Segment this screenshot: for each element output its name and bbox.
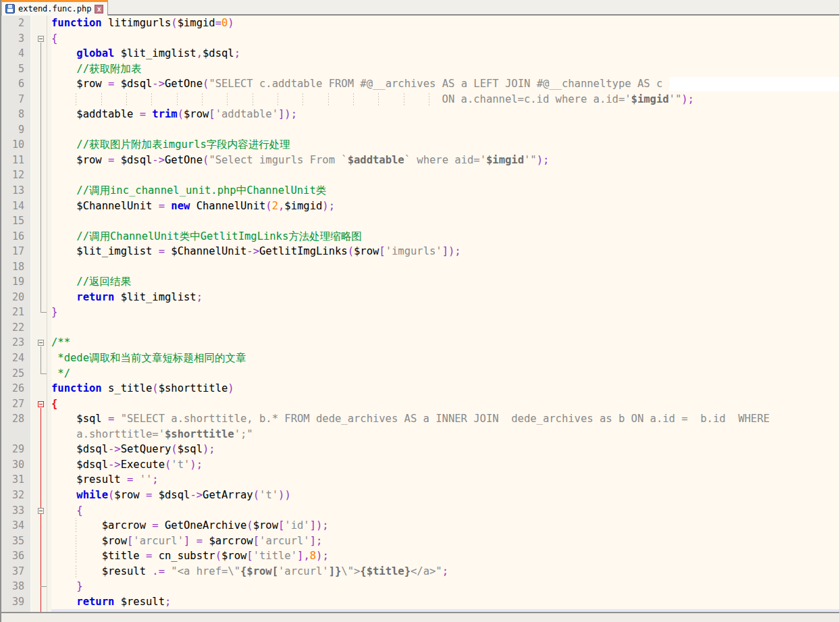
code-text[interactable]: a.shorttitle='$shorttitle';" — [51, 427, 839, 442]
code-text[interactable]: //返回结果 — [51, 274, 839, 290]
code-text[interactable] — [51, 213, 839, 229]
line-number[interactable]: 7 — [1, 92, 32, 107]
line-number[interactable]: 37 — [1, 564, 32, 579]
code-text[interactable]: global $lit_imglist,$dsql; — [51, 46, 839, 61]
tab-extend-func-php[interactable]: extend.func.php x — [1, 0, 108, 16]
code-text[interactable] — [51, 167, 839, 183]
line-number[interactable]: 31 — [1, 472, 32, 488]
code-text[interactable]: { — [51, 396, 839, 412]
fold-margin — [32, 16, 51, 31]
line-number[interactable]: 5 — [1, 61, 32, 77]
code-text[interactable]: return $lit_imglist; — [51, 290, 839, 305]
code-text[interactable]: //获取附加表 — [51, 61, 839, 77]
line-number[interactable]: 14 — [1, 199, 32, 214]
line-number[interactable]: 23 — [1, 335, 32, 351]
line-number[interactable]: 8 — [1, 107, 32, 122]
code-text[interactable]: $row = $dsql->GetOne("Select imgurls Fro… — [51, 153, 839, 168]
code-line: 36 $title = cn_substr($row['title'],8); — [1, 548, 839, 564]
line-number[interactable]: 11 — [1, 153, 32, 168]
fold-margin — [32, 457, 51, 473]
code-text[interactable]: $sql = "SELECT a.shorttitle, b.* FROM de… — [51, 411, 839, 427]
code-line: 2function litimgurls($imgid=0) — [1, 16, 839, 31]
line-number[interactable]: 38 — [1, 579, 32, 594]
line-number[interactable]: 15 — [1, 213, 32, 229]
code-line: 25 */ — [1, 366, 839, 382]
code-text[interactable]: $result = ''; — [51, 472, 839, 488]
code-text[interactable]: while($row = $dsql->GetArray('t')) — [51, 488, 839, 503]
code-text[interactable] — [51, 320, 839, 336]
code-text[interactable]: $dsql->SetQuery($sql); — [51, 442, 839, 457]
code-text[interactable]: $addtable = trim($row['addtable']); — [51, 107, 839, 122]
line-number[interactable]: 24 — [1, 351, 32, 366]
line-number[interactable]: 22 — [1, 320, 32, 336]
fold-toggle-icon[interactable] — [32, 335, 51, 351]
line-number[interactable]: 32 — [1, 488, 32, 503]
line-number[interactable]: 16 — [1, 229, 32, 244]
line-number[interactable]: 4 — [1, 46, 32, 61]
code-text[interactable] — [51, 122, 839, 138]
code-line: 33 { — [1, 503, 839, 519]
code-line: 38 } — [1, 579, 839, 594]
code-text[interactable]: $arcrow = GetOneArchive($row['id']); — [51, 518, 839, 534]
code-text[interactable]: //获取图片附加表imgurls字段内容进行处理 — [51, 137, 839, 153]
fold-margin — [32, 518, 51, 534]
line-number[interactable]: 35 — [1, 534, 32, 549]
code-text[interactable]: $title = cn_substr($row['title'],8); — [51, 548, 839, 564]
code-text[interactable]: return $result; — [51, 594, 839, 610]
code-text[interactable]: $lit_imglist = $ChannelUnit->GetlitImgLi… — [51, 244, 839, 259]
line-number[interactable]: 2 — [1, 16, 32, 31]
code-text[interactable]: */ — [51, 366, 839, 382]
line-number[interactable]: 12 — [1, 167, 32, 183]
line-number[interactable]: 20 — [1, 290, 32, 305]
code-text[interactable]: //调用ChannelUnit类中GetlitImgLinks方法处理缩略图 — [51, 229, 839, 244]
code-text[interactable]: $result .= "<a href=\"{$row['arcurl']}\"… — [51, 564, 839, 579]
tab-bar: extend.func.php x — [1, 0, 839, 16]
code-text[interactable]: function litimgurls($imgid=0) — [51, 16, 839, 31]
fold-toggle-icon[interactable] — [32, 503, 51, 519]
line-number[interactable]: 10 — [1, 137, 32, 153]
code-text[interactable] — [51, 259, 839, 275]
fold-toggle-icon[interactable] — [32, 396, 51, 412]
code-text[interactable]: } — [51, 579, 839, 594]
code-line: 17 $lit_imglist = $ChannelUnit->GetlitIm… — [1, 244, 839, 259]
line-number[interactable]: 3 — [1, 31, 32, 47]
line-number[interactable]: 28 — [1, 411, 32, 427]
line-number[interactable]: 26 — [1, 381, 32, 396]
code-text[interactable]: $row['arcurl'] = $arcrow['arcurl']; — [51, 534, 839, 549]
line-number[interactable]: 9 — [1, 122, 32, 138]
line-number[interactable]: 27 — [1, 396, 32, 412]
editor[interactable]: 2function litimgurls($imgid=0)3{4 global… — [1, 16, 839, 612]
code-text[interactable]: } — [51, 305, 839, 320]
code-text[interactable]: //调用inc_channel_unit.php中ChannelUnit类 — [51, 183, 839, 199]
fold-margin — [32, 229, 51, 244]
line-number[interactable]: 25 — [1, 366, 32, 382]
code-text[interactable]: $row = $dsql->GetOne("SELECT c.addtable … — [51, 76, 839, 92]
line-number[interactable]: 30 — [1, 457, 32, 473]
line-number[interactable]: 39 — [1, 594, 32, 610]
line-number[interactable]: 17 — [1, 244, 32, 259]
code-text[interactable]: function s_title($shorttitle) — [51, 381, 839, 396]
line-number[interactable]: 19 — [1, 274, 32, 290]
code-text[interactable]: $ChannelUnit = new ChannelUnit(2,$imgid)… — [51, 199, 839, 214]
code-line: 10 //获取图片附加表imgurls字段内容进行处理 — [1, 137, 839, 153]
fold-toggle-icon[interactable] — [32, 31, 51, 47]
code-text[interactable]: *dede调取和当前文章短标题相同的文章 — [51, 351, 839, 366]
line-number[interactable]: 36 — [1, 548, 32, 564]
code-text[interactable]: /** — [51, 335, 839, 351]
code-line: 21} — [1, 305, 839, 320]
code-text[interactable]: { — [51, 31, 839, 47]
line-number[interactable]: 29 — [1, 442, 32, 457]
line-number[interactable]: 21 — [1, 305, 32, 320]
code-line: 5 //获取附加表 — [1, 61, 839, 77]
line-number[interactable]: 13 — [1, 183, 32, 199]
close-tab-icon[interactable]: x — [95, 5, 103, 14]
line-number[interactable]: 18 — [1, 259, 32, 275]
line-number[interactable]: 34 — [1, 518, 32, 534]
code-text[interactable]: ON a.channel=c.id where a.id='$imgid'"); — [51, 92, 839, 107]
line-number[interactable]: 6 — [1, 76, 32, 92]
line-number[interactable]: 33 — [1, 503, 32, 519]
code-line: 30 $dsql->Execute('t'); — [1, 457, 839, 473]
line-number[interactable] — [1, 427, 32, 442]
code-text[interactable]: $dsql->Execute('t'); — [51, 457, 839, 473]
code-text[interactable]: { — [51, 503, 839, 519]
